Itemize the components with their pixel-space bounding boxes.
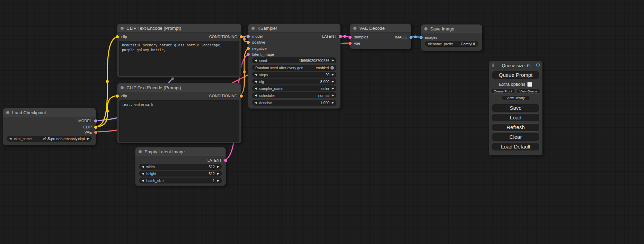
increment-icon[interactable]: ▶ bbox=[217, 179, 219, 182]
image-port-icon[interactable] bbox=[409, 36, 413, 39]
clip-port-icon[interactable] bbox=[116, 35, 119, 38]
latent-output-port[interactable]: LATENT bbox=[208, 158, 227, 162]
sampler-name-widget[interactable]: ◀ sampler_name euler ▶ bbox=[253, 86, 336, 91]
latent-output-port[interactable]: LATENT bbox=[322, 34, 342, 38]
increment-icon[interactable]: ▶ bbox=[332, 80, 334, 83]
clip-output-port[interactable]: CLIP bbox=[83, 125, 97, 129]
queue-menu-panel[interactable]: ⣿ Queue size: 0 ⚙ Queue Prompt Extra opt… bbox=[489, 61, 542, 155]
decrement-icon[interactable]: ◀ bbox=[255, 73, 257, 76]
node-empty-latent-image[interactable]: Empty Latent Image LATENT ◀ width 512 ▶ … bbox=[135, 147, 226, 186]
increment-icon[interactable]: ▶ bbox=[332, 59, 334, 62]
decrement-icon[interactable]: ◀ bbox=[142, 165, 144, 168]
model-port-icon[interactable] bbox=[247, 35, 250, 38]
conditioning-output-port[interactable]: CONDITIONING bbox=[209, 35, 243, 39]
positive-prompt-textarea[interactable]: beautiful scenery nature glass bottle la… bbox=[120, 41, 239, 76]
clip-port-icon[interactable] bbox=[94, 126, 97, 129]
node-clip-text-encode-positive[interactable]: CLIP Text Encode (Prompt) clip CONDITION… bbox=[117, 24, 241, 78]
extra-options-checkbox[interactable] bbox=[527, 82, 532, 87]
vae-input-port[interactable]: vae bbox=[349, 41, 360, 45]
conditioning-port-icon[interactable] bbox=[240, 94, 243, 98]
vae-port-icon[interactable] bbox=[94, 131, 97, 134]
vae-port-icon[interactable] bbox=[349, 42, 352, 45]
negative-input-port[interactable]: negative bbox=[247, 46, 267, 51]
decrement-icon[interactable]: ◀ bbox=[142, 172, 144, 175]
node-ksampler[interactable]: KSampler model positive negative latent_… bbox=[248, 24, 341, 109]
clip-port-icon[interactable] bbox=[116, 94, 119, 98]
decrement-icon[interactable]: ◀ bbox=[255, 101, 257, 104]
node-title-bar[interactable]: KSampler bbox=[248, 24, 340, 33]
node-graph-canvas[interactable]: Load Checkpoint MODEL CLIP VAE ◀ ckpt_na… bbox=[0, 0, 644, 244]
decrement-icon[interactable]: ◀ bbox=[255, 87, 257, 90]
node-load-checkpoint[interactable]: Load Checkpoint MODEL CLIP VAE ◀ ckpt_na… bbox=[3, 108, 96, 145]
random-seed-toggle-widget[interactable]: Random seed after every gen enabled bbox=[253, 65, 336, 70]
increment-icon[interactable]: ▶ bbox=[332, 73, 334, 76]
height-widget[interactable]: ◀ height 512 ▶ bbox=[140, 171, 221, 176]
increment-icon[interactable]: ▶ bbox=[332, 101, 334, 104]
increment-icon[interactable]: ▶ bbox=[332, 94, 334, 97]
ckpt-name-widget[interactable]: ◀ ckpt_name v1-5-pruned-emaonly.ckpt ▶ bbox=[7, 136, 91, 141]
samples-input-port[interactable]: samples bbox=[349, 35, 368, 39]
view-history-button[interactable]: View History bbox=[502, 95, 530, 100]
node-title-bar[interactable]: CLIP Text Encode (Prompt) bbox=[117, 24, 241, 33]
latent-port-icon[interactable] bbox=[349, 36, 352, 39]
increment-icon[interactable]: ▶ bbox=[332, 87, 334, 90]
steps-widget[interactable]: ◀ steps 20 ▶ bbox=[253, 72, 336, 77]
conditioning-port-icon[interactable] bbox=[240, 35, 243, 38]
link-midpoint-dot bbox=[414, 36, 417, 38]
latent-image-input-port[interactable]: latent_image bbox=[247, 52, 274, 56]
node-clip-text-encode-negative[interactable]: CLIP Text Encode (Prompt) clip CONDITION… bbox=[117, 83, 241, 143]
cfg-widget[interactable]: ◀ cfg 8.000 ▶ bbox=[253, 79, 336, 84]
latent-port-icon[interactable] bbox=[224, 159, 227, 162]
node-title-bar[interactable]: Empty Latent Image bbox=[135, 147, 226, 156]
gear-icon[interactable]: ⚙ bbox=[536, 62, 540, 68]
node-save-image[interactable]: Save Image images filename_prefix ComfyU… bbox=[421, 24, 482, 51]
seed-widget[interactable]: ◀ seed 156680208700286 ▶ bbox=[253, 58, 336, 63]
negative-prompt-textarea[interactable]: text, watermark bbox=[120, 101, 239, 142]
node-vae-decode[interactable]: VAE Decode samples vae IMAGE bbox=[350, 24, 411, 49]
image-port-icon[interactable] bbox=[420, 36, 423, 39]
node-title: KSampler bbox=[257, 26, 277, 31]
decrement-icon[interactable]: ◀ bbox=[255, 59, 257, 62]
width-widget[interactable]: ◀ width 512 ▶ bbox=[140, 164, 221, 169]
model-output-port[interactable]: MODEL bbox=[78, 119, 97, 123]
clear-button[interactable]: Clear bbox=[492, 133, 539, 141]
queue-front-button[interactable]: Queue Front bbox=[491, 89, 515, 94]
batch-size-widget[interactable]: ◀ batch_size 1 ▶ bbox=[140, 178, 221, 183]
scheduler-widget[interactable]: ◀ scheduler normal ▶ bbox=[253, 93, 336, 98]
queue-prompt-button[interactable]: Queue Prompt bbox=[492, 71, 539, 79]
denoise-widget[interactable]: ◀ denoise 1.000 ▶ bbox=[253, 100, 336, 105]
clip-input-port[interactable]: clip bbox=[116, 94, 127, 98]
conditioning-port-icon[interactable] bbox=[247, 47, 250, 50]
filename-prefix-widget[interactable]: filename_prefix ComfyUI bbox=[425, 41, 478, 46]
node-title-bar[interactable]: Save Image bbox=[421, 25, 482, 33]
images-input-port[interactable]: images bbox=[420, 35, 437, 39]
toggle-icon[interactable] bbox=[330, 66, 334, 70]
refresh-button[interactable]: Refresh bbox=[492, 123, 539, 132]
decrement-icon[interactable]: ◀ bbox=[255, 94, 257, 97]
decrement-icon[interactable]: ◀ bbox=[9, 137, 11, 140]
increment-icon[interactable]: ▶ bbox=[217, 172, 219, 175]
node-title-bar[interactable]: Load Checkpoint bbox=[3, 108, 96, 117]
view-queue-button[interactable]: View Queue bbox=[517, 89, 541, 94]
vae-output-port[interactable]: VAE bbox=[85, 130, 97, 134]
decrement-icon[interactable]: ◀ bbox=[142, 179, 144, 182]
decrement-icon[interactable]: ◀ bbox=[255, 80, 257, 83]
widget-value: 1.000 bbox=[320, 101, 329, 105]
increment-icon[interactable]: ▶ bbox=[217, 165, 219, 168]
model-port-icon[interactable] bbox=[94, 119, 97, 123]
drag-handle-icon[interactable]: ⣿ bbox=[491, 62, 494, 67]
conditioning-port-icon[interactable] bbox=[247, 41, 250, 44]
load-default-button[interactable]: Load Default bbox=[492, 143, 539, 151]
clip-input-port[interactable]: clip bbox=[116, 35, 127, 39]
node-title-bar[interactable]: CLIP Text Encode (Prompt) bbox=[117, 83, 241, 92]
model-input-port[interactable]: model bbox=[247, 34, 263, 38]
image-output-port[interactable]: IMAGE bbox=[395, 35, 413, 39]
latent-port-icon[interactable] bbox=[339, 35, 342, 38]
increment-icon[interactable]: ▶ bbox=[87, 137, 89, 140]
latent-port-icon[interactable] bbox=[247, 53, 250, 56]
node-title-bar[interactable]: VAE Decode bbox=[350, 24, 411, 33]
load-button[interactable]: Load bbox=[492, 114, 539, 122]
save-button[interactable]: Save bbox=[492, 104, 539, 112]
positive-input-port[interactable]: positive bbox=[247, 40, 265, 44]
conditioning-output-port[interactable]: CONDITIONING bbox=[209, 94, 243, 98]
